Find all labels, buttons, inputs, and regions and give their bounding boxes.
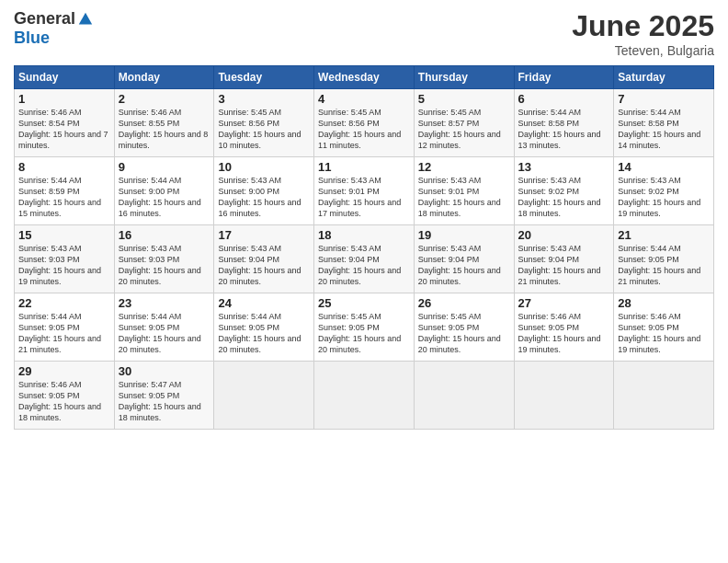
cell-info: Sunrise: 5:43 AMSunset: 9:00 PMDaylight:… [218,176,301,218]
cell-info: Sunrise: 5:44 AMSunset: 8:58 PMDaylight:… [518,108,601,150]
day-number: 3 [218,92,310,106]
day-number: 19 [418,228,510,242]
calendar-cell: 4 Sunrise: 5:45 AMSunset: 8:56 PMDayligh… [314,89,415,157]
cell-info: Sunrise: 5:43 AMSunset: 9:04 PMDaylight:… [318,244,401,286]
cell-info: Sunrise: 5:43 AMSunset: 9:04 PMDaylight:… [418,244,501,286]
calendar-cell: 25 Sunrise: 5:45 AMSunset: 9:05 PMDaylig… [314,293,415,362]
cell-info: Sunrise: 5:46 AMSunset: 9:05 PMDaylight:… [18,380,101,422]
weekday-header-monday: Monday [114,66,214,89]
day-number: 22 [18,296,110,310]
cell-info: Sunrise: 5:43 AMSunset: 9:04 PMDaylight:… [518,244,601,286]
weekday-header-tuesday: Tuesday [214,66,314,89]
calendar-cell: 10 Sunrise: 5:43 AMSunset: 9:00 PMDaylig… [214,157,314,225]
cell-info: Sunrise: 5:44 AMSunset: 9:05 PMDaylight:… [618,244,700,286]
day-number: 27 [518,296,610,310]
cell-info: Sunrise: 5:46 AMSunset: 9:05 PMDaylight:… [618,312,700,354]
weekday-header-friday: Friday [514,66,614,89]
cell-info: Sunrise: 5:44 AMSunset: 9:00 PMDaylight:… [119,176,201,218]
page-container: General Blue June 2025 Teteven, Bulgaria… [0,0,728,439]
day-number: 2 [119,92,210,106]
day-number: 30 [119,364,210,378]
day-number: 16 [119,228,210,242]
day-number: 8 [18,160,110,174]
calendar-cell: 3 Sunrise: 5:45 AMSunset: 8:56 PMDayligh… [214,89,314,157]
cell-info: Sunrise: 5:45 AMSunset: 8:56 PMDaylight:… [218,108,301,150]
logo-blue-text: Blue [14,29,50,48]
weekday-header-sunday: Sunday [15,66,115,89]
day-number: 17 [218,228,310,242]
day-number: 15 [18,228,110,242]
cell-info: Sunrise: 5:43 AMSunset: 9:01 PMDaylight:… [318,176,401,218]
day-number: 18 [318,228,410,242]
calendar-cell: 16 Sunrise: 5:43 AMSunset: 9:03 PMDaylig… [114,225,214,293]
calendar-cell: 21 Sunrise: 5:44 AMSunset: 9:05 PMDaylig… [614,225,714,293]
day-number: 4 [318,92,410,106]
cell-info: Sunrise: 5:44 AMSunset: 8:59 PMDaylight:… [18,176,101,218]
cell-info: Sunrise: 5:46 AMSunset: 8:55 PMDaylight:… [119,108,209,150]
cell-info: Sunrise: 5:43 AMSunset: 9:02 PMDaylight:… [518,176,601,218]
month-title: June 2025 [572,9,714,43]
weekday-header-thursday: Thursday [414,66,514,89]
day-number: 20 [518,228,610,242]
calendar-cell: 5 Sunrise: 5:45 AMSunset: 8:57 PMDayligh… [414,89,514,157]
day-number: 29 [18,364,110,378]
day-number: 21 [618,228,710,242]
calendar-cell: 30 Sunrise: 5:47 AMSunset: 9:05 PMDaylig… [114,362,214,430]
day-number: 24 [218,296,310,310]
cell-info: Sunrise: 5:47 AMSunset: 9:05 PMDaylight:… [119,380,201,422]
calendar-cell [214,362,314,430]
calendar-cell [314,362,415,430]
weekday-header-saturday: Saturday [614,66,714,89]
day-number: 7 [618,92,710,106]
day-number: 11 [318,160,410,174]
cell-info: Sunrise: 5:43 AMSunset: 9:04 PMDaylight:… [218,244,301,286]
cell-info: Sunrise: 5:43 AMSunset: 9:02 PMDaylight:… [618,176,700,218]
cell-info: Sunrise: 5:44 AMSunset: 8:58 PMDaylight:… [618,108,700,150]
cell-info: Sunrise: 5:45 AMSunset: 9:05 PMDaylight:… [418,312,501,354]
calendar-cell: 12 Sunrise: 5:43 AMSunset: 9:01 PMDaylig… [414,157,514,225]
calendar-cell: 11 Sunrise: 5:43 AMSunset: 9:01 PMDaylig… [314,157,415,225]
calendar-cell: 8 Sunrise: 5:44 AMSunset: 8:59 PMDayligh… [15,157,115,225]
calendar-cell: 22 Sunrise: 5:44 AMSunset: 9:05 PMDaylig… [15,293,115,362]
logo-general-text: General [14,9,75,29]
logo: General Blue [14,9,94,48]
title-area: June 2025 Teteven, Bulgaria [572,9,714,58]
day-number: 13 [518,160,610,174]
day-number: 12 [418,160,510,174]
calendar-cell: 14 Sunrise: 5:43 AMSunset: 9:02 PMDaylig… [614,157,714,225]
calendar-cell: 29 Sunrise: 5:46 AMSunset: 9:05 PMDaylig… [15,362,115,430]
calendar-cell [414,362,514,430]
calendar-cell [514,362,614,430]
cell-info: Sunrise: 5:43 AMSunset: 9:01 PMDaylight:… [418,176,501,218]
calendar-week-row: 15 Sunrise: 5:43 AMSunset: 9:03 PMDaylig… [15,225,714,293]
cell-info: Sunrise: 5:46 AMSunset: 8:54 PMDaylight:… [18,108,108,150]
calendar-cell: 19 Sunrise: 5:43 AMSunset: 9:04 PMDaylig… [414,225,514,293]
weekday-header-row: SundayMondayTuesdayWednesdayThursdayFrid… [15,66,714,89]
calendar-week-row: 8 Sunrise: 5:44 AMSunset: 8:59 PMDayligh… [15,157,714,225]
calendar-cell: 20 Sunrise: 5:43 AMSunset: 9:04 PMDaylig… [514,225,614,293]
cell-info: Sunrise: 5:43 AMSunset: 9:03 PMDaylight:… [119,244,201,286]
calendar-week-row: 29 Sunrise: 5:46 AMSunset: 9:05 PMDaylig… [15,362,714,430]
cell-info: Sunrise: 5:46 AMSunset: 9:05 PMDaylight:… [518,312,601,354]
calendar-cell: 28 Sunrise: 5:46 AMSunset: 9:05 PMDaylig… [614,293,714,362]
day-number: 23 [119,296,210,310]
calendar-week-row: 1 Sunrise: 5:46 AMSunset: 8:54 PMDayligh… [15,89,714,157]
day-number: 14 [618,160,710,174]
day-number: 5 [418,92,510,106]
calendar-cell: 26 Sunrise: 5:45 AMSunset: 9:05 PMDaylig… [414,293,514,362]
logo-icon [77,11,94,28]
day-number: 25 [318,296,410,310]
cell-info: Sunrise: 5:45 AMSunset: 8:56 PMDaylight:… [318,108,401,150]
location-text: Teteven, Bulgaria [572,43,714,58]
calendar-cell: 13 Sunrise: 5:43 AMSunset: 9:02 PMDaylig… [514,157,614,225]
calendar-cell: 23 Sunrise: 5:44 AMSunset: 9:05 PMDaylig… [114,293,214,362]
svg-marker-0 [79,12,92,24]
cell-info: Sunrise: 5:44 AMSunset: 9:05 PMDaylight:… [218,312,301,354]
calendar-cell: 18 Sunrise: 5:43 AMSunset: 9:04 PMDaylig… [314,225,415,293]
calendar-cell: 27 Sunrise: 5:46 AMSunset: 9:05 PMDaylig… [514,293,614,362]
cell-info: Sunrise: 5:45 AMSunset: 9:05 PMDaylight:… [318,312,401,354]
cell-info: Sunrise: 5:45 AMSunset: 8:57 PMDaylight:… [418,108,501,150]
calendar-cell: 7 Sunrise: 5:44 AMSunset: 8:58 PMDayligh… [614,89,714,157]
day-number: 1 [18,92,110,106]
calendar-cell: 15 Sunrise: 5:43 AMSunset: 9:03 PMDaylig… [15,225,115,293]
